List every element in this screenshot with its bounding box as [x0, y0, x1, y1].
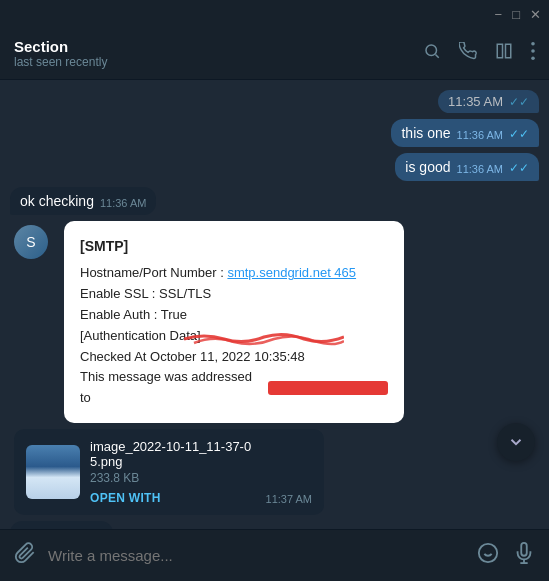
- bottom-right-actions: [477, 542, 535, 569]
- smtp-title: [SMTP]: [80, 235, 388, 257]
- smtp-card: [SMTP] Hostname/Port Number : smtp.sendg…: [64, 221, 404, 423]
- outgoing-time-2: 11:36 AM: [457, 163, 503, 175]
- double-check-icon-1: ✓✓: [509, 127, 529, 141]
- incoming-bubble-2: got it 11:37 AM: [10, 521, 113, 529]
- svg-point-0: [426, 45, 437, 56]
- smtp-message-row: S [SMTP] Hostname/Port Number : smtp.sen…: [14, 221, 539, 423]
- smtp-hostname-value: smtp.sendgrid.net 465: [227, 265, 356, 280]
- chat-status: last seen recently: [14, 55, 413, 69]
- incoming-text-1: ok checking: [20, 193, 94, 209]
- more-icon[interactable]: [531, 42, 535, 65]
- smtp-auth: Enable Auth : True: [80, 305, 388, 326]
- image-info: image_2022-10-11_11-37-05.png 233.8 KB O…: [90, 439, 256, 505]
- close-btn[interactable]: ✕: [530, 7, 541, 22]
- partial-message-row: 11:35 AM ✓✓: [10, 90, 539, 113]
- smtp-auth-value: True: [161, 307, 187, 322]
- sender-avatar: S: [14, 225, 48, 259]
- svg-rect-2: [497, 44, 502, 58]
- smtp-ssl-sep: :: [152, 286, 159, 301]
- message-input-bar: [0, 529, 549, 581]
- message-input[interactable]: [48, 547, 465, 564]
- attachment-time: 11:37 AM: [266, 493, 312, 505]
- emoji-icon[interactable]: [477, 542, 499, 569]
- smtp-ssl-label: Enable SSL: [80, 286, 148, 301]
- incoming-text-2: got it: [20, 527, 50, 529]
- svg-point-7: [479, 544, 497, 562]
- outgoing-bubble-1: this one 11:36 AM ✓✓: [391, 119, 539, 147]
- smtp-auth-sep: :: [154, 307, 161, 322]
- phone-icon[interactable]: [459, 42, 477, 65]
- image-thumbnail: [26, 445, 80, 499]
- outgoing-message-row-2: is good 11:36 AM ✓✓: [10, 153, 539, 181]
- image-attachment-row: image_2022-10-11_11-37-05.png 233.8 KB O…: [14, 429, 539, 515]
- scroll-down-button[interactable]: [497, 423, 535, 461]
- partial-check-icon: ✓✓: [509, 95, 529, 109]
- smtp-checked: Checked At October 11, 2022 10:35:48: [80, 347, 388, 368]
- image-attachment: image_2022-10-11_11-37-05.png 233.8 KB O…: [14, 429, 324, 515]
- search-icon[interactable]: [423, 42, 441, 65]
- svg-point-4: [531, 42, 535, 46]
- incoming-message-row-2: got it 11:37 AM: [10, 521, 539, 529]
- double-check-icon-2: ✓✓: [509, 161, 529, 175]
- svg-rect-3: [506, 44, 511, 58]
- voice-icon[interactable]: [513, 542, 535, 569]
- partial-message-bubble: 11:35 AM ✓✓: [438, 90, 539, 113]
- svg-point-5: [531, 49, 535, 53]
- redaction-scribble: [184, 329, 344, 349]
- outgoing-time-1: 11:36 AM: [457, 129, 503, 141]
- thumbnail-preview: [26, 445, 80, 499]
- image-filename: image_2022-10-11_11-37-05.png: [90, 439, 256, 469]
- incoming-message-row-1: ok checking 11:36 AM: [10, 187, 539, 215]
- smtp-auth-label: Enable Auth: [80, 307, 150, 322]
- chat-title: Section: [14, 38, 413, 55]
- svg-line-1: [435, 54, 438, 57]
- maximize-btn[interactable]: □: [512, 7, 520, 22]
- smtp-hostname-label: Hostname/Port Number: [80, 265, 217, 280]
- incoming-bubble-1: ok checking 11:36 AM: [10, 187, 156, 215]
- chat-header: Section last seen recently: [0, 28, 549, 80]
- attachment-icon[interactable]: [14, 542, 36, 569]
- incoming-time-1: 11:36 AM: [100, 197, 146, 209]
- smtp-ssl: Enable SSL : SSL/TLS: [80, 284, 388, 305]
- title-bar: − □ ✕: [0, 0, 549, 28]
- svg-point-6: [531, 56, 535, 60]
- smtp-redacted-value: [268, 381, 388, 395]
- smtp-addressed: This message was addressed to: [80, 367, 388, 409]
- outgoing-bubble-2: is good 11:36 AM ✓✓: [395, 153, 539, 181]
- header-info: Section last seen recently: [14, 38, 413, 69]
- outgoing-message-row-1: this one 11:36 AM ✓✓: [10, 119, 539, 147]
- minimize-btn[interactable]: −: [495, 7, 503, 22]
- smtp-ssl-value: SSL/TLS: [159, 286, 211, 301]
- outgoing-text-2: is good: [405, 159, 450, 175]
- partial-message-time: 11:35 AM: [448, 94, 503, 109]
- smtp-hostname: Hostname/Port Number : smtp.sendgrid.net…: [80, 263, 388, 284]
- image-size: 233.8 KB: [90, 471, 256, 485]
- chat-area: 11:35 AM ✓✓ this one 11:36 AM ✓✓ is good…: [0, 80, 549, 529]
- header-actions: [423, 42, 535, 65]
- outgoing-text-1: this one: [401, 125, 450, 141]
- smtp-addressed-label: This message was addressed to: [80, 367, 266, 409]
- layout-icon[interactable]: [495, 42, 513, 65]
- open-with-button[interactable]: OPEN WITH: [90, 491, 256, 505]
